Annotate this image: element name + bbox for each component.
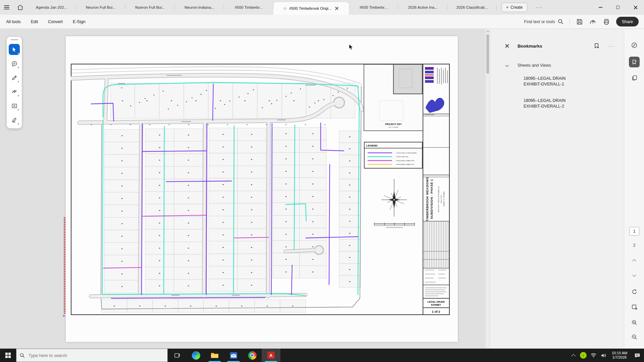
tab[interactable]: Neuron-Indiana... [175, 0, 224, 15]
star-icon[interactable]: ☆ [283, 6, 287, 11]
select-tool-button[interactable] [9, 44, 20, 55]
taskbar-app-edge[interactable] [186, 349, 205, 362]
taskbar-app-acrobat[interactable]: A [262, 349, 280, 362]
taskbar-app-chrome[interactable] [243, 349, 262, 362]
flyout-indicator [17, 67, 19, 68]
upload-cloud-button[interactable] [589, 18, 597, 25]
client-line-3: LAFAYETTE, INDIANA [443, 192, 445, 207]
vertical-scrollbar[interactable] [486, 29, 490, 349]
tray-app-icon[interactable]: › [578, 349, 588, 362]
tray-expand-button[interactable] [568, 349, 578, 362]
pdf-page[interactable]: PROJECT KEY NOT TO SCALE LEGEND — PROPOS… [66, 36, 458, 342]
tab[interactable]: Neuron Full Bui... [76, 0, 125, 15]
zoom-in-button[interactable] [629, 317, 640, 328]
taskbar-app-explorer[interactable] [205, 349, 224, 362]
tab-overflow-button[interactable]: ··· [536, 5, 543, 10]
legend-label: — PROPOSED SSD [395, 156, 409, 158]
wifi-icon [591, 353, 596, 358]
pencil-icon [11, 75, 17, 81]
create-tab-button[interactable]: + Create [501, 3, 527, 12]
clock-date: 1/7/2026 [608, 355, 631, 360]
plat-sheet: PROJECT KEY NOT TO SCALE LEGEND — PROPOS… [71, 64, 450, 315]
flyout-indicator [17, 109, 19, 110]
add-text-tool-button[interactable]: A [9, 100, 20, 111]
comment-tool-button[interactable] [9, 58, 20, 69]
document-viewer[interactable]: PROJECT KEY NOT TO SCALE LEGEND — PROPOS… [0, 29, 490, 349]
tab-label: 2026 Classificati... [457, 5, 488, 9]
close-window-button[interactable] [627, 0, 644, 15]
quick-tools-bar: A [7, 37, 22, 128]
tab[interactable]: Agenda Jan 202... [27, 0, 76, 15]
bookmark-item[interactable]: 18095--LEGAL DRAIN EXHIBIT-OVERALL-2 [524, 98, 575, 109]
bookmarks-group-row[interactable]: Sheets and Views [490, 61, 624, 70]
tab-active[interactable]: ☆#500 Timbebrook Origi... [273, 2, 349, 15]
app-menu-button[interactable] [0, 0, 13, 15]
find-text-button[interactable]: Find text or tools [524, 19, 563, 24]
rotate-page-button[interactable] [629, 286, 640, 297]
close-panel-button[interactable] [505, 44, 509, 48]
maximize-button[interactable] [609, 0, 627, 15]
page-thumbnails-button[interactable] [629, 72, 640, 83]
client-line-2: 2345 S 350 E [440, 195, 442, 204]
windows-taskbar: A › 10:10 AM 1/7/2026 [0, 349, 644, 362]
menu-item-all-tools[interactable]: All tools [6, 19, 21, 24]
share-button[interactable]: Share [616, 17, 639, 26]
next-page-button[interactable] [632, 274, 636, 278]
close-tab-icon[interactable] [334, 6, 339, 11]
right-rail: 1 2 [624, 29, 644, 349]
menu-item-e-sign[interactable]: E-Sign [73, 19, 86, 24]
search-input[interactable] [28, 353, 139, 358]
stamp-tool-button[interactable] [9, 114, 20, 125]
drag-handle[interactable] [11, 39, 18, 40]
save-button[interactable] [576, 18, 583, 25]
tab[interactable]: #500 Timberbr... [224, 0, 273, 15]
page-indicator-current[interactable]: 1 [629, 227, 639, 236]
taskbar-clock[interactable]: 10:10 AM 1/7/2026 [608, 351, 631, 360]
action-center-button[interactable] [631, 349, 644, 362]
toolbar-right: Find text or tools Share [524, 17, 639, 26]
page-indicator-next[interactable]: 2 [624, 243, 644, 248]
tab-label: 2026 Active Ina... [408, 5, 437, 9]
tab-label: Neuron-Indiana... [184, 5, 214, 9]
menu-item-convert[interactable]: Convert [48, 19, 63, 24]
start-button[interactable] [0, 349, 16, 362]
home-button[interactable] [13, 0, 27, 15]
client-line-1: WESTPORT HOMES OF INDIANA, LLC [438, 186, 439, 213]
fit-page-button[interactable] [629, 301, 640, 312]
bookmarks-group-label: Sheets and Views [518, 63, 551, 68]
highlight-tool-button[interactable] [9, 72, 20, 83]
bookmark-item[interactable]: 18095--LEGAL DRAIN EXHIBIT-OVERALL-1 [524, 76, 575, 87]
previous-page-button[interactable] [632, 259, 636, 263]
add-bookmark-icon[interactable] [593, 43, 600, 49]
file-explorer-icon [210, 352, 219, 359]
draw-tool-button[interactable] [9, 86, 20, 97]
zoom-out-button[interactable] [629, 331, 640, 342]
tab[interactable]: Nueron Full Bui... [125, 0, 175, 15]
menu-item-edit[interactable]: Edit [31, 19, 38, 24]
scroll-up-arrow[interactable] [486, 30, 489, 33]
svg-text:A: A [13, 104, 15, 108]
taskbar-search[interactable] [16, 349, 168, 362]
edge-icon [192, 351, 200, 360]
tab-label: #500 Timberbr... [360, 5, 387, 9]
main-area: PROJECT KEY NOT TO SCALE LEGEND — PROPOS… [0, 29, 644, 349]
flyout-indicator [17, 53, 19, 54]
legend-label: — PROPOSED STORM SEWER [395, 152, 417, 154]
scrollbar-thumb[interactable] [486, 34, 489, 74]
tab[interactable]: 2026 Classificati... [447, 0, 497, 15]
task-view-button[interactable] [168, 349, 186, 362]
speaker-icon [601, 353, 606, 358]
text-box-icon: A [11, 103, 17, 109]
taskbar-app-mail[interactable] [224, 349, 243, 362]
tab[interactable]: 2026 Active Ina... [398, 0, 447, 15]
network-icon-button[interactable] [588, 349, 598, 362]
flyout-indicator [17, 95, 19, 96]
bookmarks-toggle-button[interactable] [629, 57, 640, 67]
minimize-button[interactable] [592, 0, 609, 15]
print-button[interactable] [603, 18, 610, 25]
volume-button[interactable] [598, 349, 608, 362]
system-tray: › 10:10 AM 1/7/2026 [568, 349, 644, 362]
comments-button[interactable] [629, 40, 640, 51]
tab[interactable]: #500 Timberbr... [349, 0, 398, 15]
panel-options-button[interactable]: ··· [608, 44, 614, 49]
